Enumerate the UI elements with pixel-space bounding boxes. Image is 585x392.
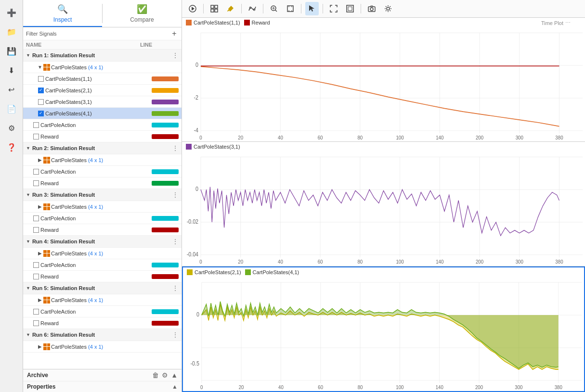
time-plot-dots-1[interactable]: ⋯ xyxy=(565,20,571,26)
run-1-header[interactable]: ▼ Run 1: Simulation Result ⋮ xyxy=(23,50,182,62)
cb-r2[interactable] xyxy=(32,180,40,186)
cartpolestates-group-4[interactable]: ▶ CartPoleStates (4 x 1) xyxy=(23,248,182,259)
group-4-link[interactable]: (4 x 1) xyxy=(88,251,103,256)
sidebar-icon-doc[interactable]: 📄 xyxy=(3,100,20,117)
run-4-menu[interactable]: ⋮ xyxy=(172,238,179,245)
signal-reward-5[interactable]: Reward xyxy=(23,317,182,329)
signal-reward-3[interactable]: Reward xyxy=(23,224,182,236)
signal-reward-4[interactable]: Reward xyxy=(23,271,182,282)
group-3-link[interactable]: (4 x 1) xyxy=(88,204,103,210)
checkbox-a4[interactable] xyxy=(33,262,39,268)
run-3-header[interactable]: ▼ Run 3: Simulation Result ⋮ xyxy=(23,189,182,201)
cartpolestates-group-5[interactable]: ▶ CartPoleStates (4 x 1) xyxy=(23,294,182,306)
toolbar-expand-button[interactable] xyxy=(327,2,340,15)
toolbar-zoom-button[interactable] xyxy=(267,2,281,15)
signal-cartpoleaction-5[interactable]: CartPoleAction xyxy=(23,306,182,317)
chart-3-plot[interactable]: 0 -0.5 0 20 40 60 80 100 140 200 300 380 xyxy=(183,277,584,391)
run-5-header[interactable]: ▼ Run 5: Simulation Result ⋮ xyxy=(23,282,182,294)
chart-2-plot[interactable]: 0 -0.02 -0.04 0 20 40 60 80 100 140 200 … xyxy=(182,152,585,266)
sidebar-icon-gear[interactable]: ⚙ xyxy=(3,119,20,137)
checkbox-r3[interactable] xyxy=(33,227,39,233)
signal-cartpoleaction-2[interactable]: CartPoleAction xyxy=(23,166,182,177)
cb-r1[interactable] xyxy=(32,134,40,139)
archive-trash-icon[interactable]: 🗑 xyxy=(152,371,159,379)
checkbox-a5[interactable] xyxy=(33,309,39,315)
toolbar-fit-button[interactable] xyxy=(343,2,357,15)
toolbar-curve-button[interactable] xyxy=(246,2,259,15)
toolbar-grid-button[interactable] xyxy=(208,2,221,15)
signal-reward-2[interactable]: Reward xyxy=(23,177,182,189)
signal-cps-3-1[interactable]: CartPoleStates(3,1) xyxy=(23,96,182,108)
cb-r4[interactable] xyxy=(32,274,40,279)
toolbar-brush-button[interactable] xyxy=(224,2,237,15)
expand-g2[interactable]: ▶ xyxy=(37,157,43,163)
signal-reward-1[interactable]: Reward xyxy=(23,131,182,142)
cb-s1[interactable] xyxy=(37,76,45,82)
sidebar-icon-help[interactable]: ❓ xyxy=(3,139,20,156)
cb-r3[interactable] xyxy=(32,227,40,233)
sidebar-icon-save[interactable]: 💾 xyxy=(3,42,20,60)
cb-a4[interactable] xyxy=(32,262,40,268)
sidebar-icon-folder[interactable]: 📁 xyxy=(3,23,20,40)
cartpolestates-group-6[interactable]: ▶ CartPoleStates (4 x 1) xyxy=(23,341,182,353)
signal-cartpoleaction-3[interactable]: CartPoleAction xyxy=(23,213,182,224)
checkbox-r1[interactable] xyxy=(33,134,39,139)
group-1-link[interactable]: (4 x 1) xyxy=(88,64,103,70)
run-6-menu[interactable]: ⋮ xyxy=(172,331,179,339)
expand-g6[interactable]: ▶ xyxy=(37,344,43,349)
run-2-menu[interactable]: ⋮ xyxy=(172,144,179,152)
run-6-header[interactable]: ▼ Run 6: Simulation Result ⋮ xyxy=(23,329,182,341)
checkbox-s3[interactable] xyxy=(38,99,44,105)
chart-1-plot[interactable]: 0 -2 -4 0 20 40 60 80 100 140 200 300 38… xyxy=(182,27,585,141)
cb-a5[interactable] xyxy=(32,309,40,315)
checkbox-a3[interactable] xyxy=(33,215,39,221)
checkbox-r2[interactable] xyxy=(33,180,39,186)
group-6-link[interactable]: (4 x 1) xyxy=(88,344,103,350)
expand-g4[interactable]: ▶ xyxy=(37,251,43,256)
signal-cps-4-1[interactable]: CartPoleStates(4,1) xyxy=(23,108,182,119)
expand-g3[interactable]: ▶ xyxy=(37,204,43,209)
tab-inspect[interactable]: 🔍 Inspect xyxy=(23,0,102,27)
toolbar-cursor-button[interactable] xyxy=(305,2,319,15)
run-4-header[interactable]: ▼ Run 4: Simulation Result ⋮ xyxy=(23,236,182,248)
cartpolestates-group-3[interactable]: ▶ CartPoleStates (4 x 1) xyxy=(23,201,182,213)
group-2-link[interactable]: (4 x 1) xyxy=(88,157,103,163)
sidebar-icon-add[interactable]: ➕ xyxy=(3,4,20,21)
expand-g1[interactable]: ▼ xyxy=(37,64,43,70)
cb-s3[interactable] xyxy=(37,99,45,105)
sidebar-icon-download[interactable]: ⬇ xyxy=(3,62,20,79)
add-filter-button[interactable]: + xyxy=(170,29,179,38)
sidebar-icon-share[interactable]: ↩ xyxy=(3,81,20,98)
group-5-link[interactable]: (4 x 1) xyxy=(88,297,103,303)
cb-s2[interactable] xyxy=(37,88,45,93)
cb-r5[interactable] xyxy=(32,320,40,326)
run-2-header[interactable]: ▼ Run 2: Simulation Result ⋮ xyxy=(23,142,182,154)
checkbox-s1[interactable] xyxy=(38,76,44,82)
signal-cartpoleaction-4[interactable]: CartPoleAction xyxy=(23,259,182,271)
cb-s4[interactable] xyxy=(37,111,45,116)
properties-chevron-icon[interactable]: ▲ xyxy=(172,383,178,390)
cartpolestates-group-2[interactable]: ▶ CartPoleStates (4 x 1) xyxy=(23,154,182,166)
signal-cps-2-1[interactable]: CartPoleStates(2,1) xyxy=(23,85,182,96)
cartpolestates-group-1[interactable]: ▼ CartPoleStates (4 x 1) xyxy=(23,62,182,73)
checkbox-s2[interactable] xyxy=(38,88,44,93)
checkbox-a1[interactable] xyxy=(33,122,39,128)
cb-a3[interactable] xyxy=(32,215,40,221)
checkbox-r5[interactable] xyxy=(33,320,39,326)
signal-cps-1-1[interactable]: CartPoleStates(1,1) xyxy=(23,73,182,85)
run-3-menu[interactable]: ⋮ xyxy=(172,191,179,199)
cb-a2[interactable] xyxy=(32,169,40,175)
archive-settings-icon[interactable]: ⚙ xyxy=(162,371,168,379)
toolbar-camera-button[interactable] xyxy=(365,2,378,15)
run-5-menu[interactable]: ⋮ xyxy=(172,284,179,292)
tab-compare[interactable]: ✅ Compare xyxy=(103,0,182,27)
archive-chevron-icon[interactable]: ▲ xyxy=(171,371,178,379)
toolbar-play-button[interactable] xyxy=(186,2,199,15)
expand-g5[interactable]: ▶ xyxy=(37,297,43,303)
checkbox-r4[interactable] xyxy=(33,274,39,279)
checkbox-s4[interactable] xyxy=(38,111,44,116)
toolbar-settings-button[interactable] xyxy=(381,2,395,15)
run-1-menu[interactable]: ⋮ xyxy=(172,51,179,59)
cb-a1[interactable] xyxy=(32,122,40,128)
toolbar-frame-button[interactable] xyxy=(284,2,297,15)
